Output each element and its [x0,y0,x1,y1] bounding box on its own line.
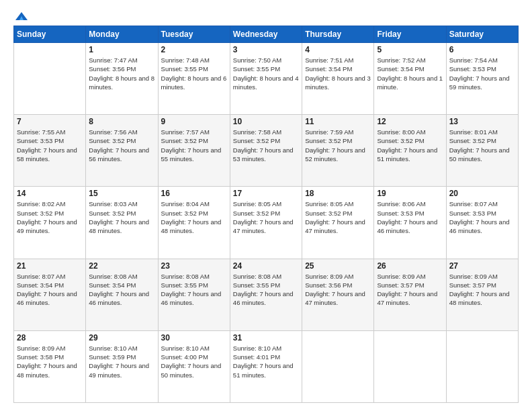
day-number: 6 [449,45,515,54]
day-info: Sunrise: 7:52 AMSunset: 3:54 PMDaylight:… [377,56,443,91]
calendar-cell: 20Sunrise: 8:07 AMSunset: 3:53 PMDayligh… [446,187,518,259]
day-number: 1 [89,45,154,54]
day-number: 15 [89,189,154,198]
page: SundayMondayTuesdayWednesdayThursdayFrid… [0,0,532,411]
calendar-week-row: 7Sunrise: 7:55 AMSunset: 3:53 PMDaylight… [14,115,519,187]
day-number: 22 [89,261,154,271]
calendar-cell: 8Sunrise: 7:56 AMSunset: 3:52 PMDaylight… [86,115,158,187]
day-info: Sunrise: 8:09 AMSunset: 3:57 PMDaylight:… [377,272,443,308]
logo-icon [14,11,29,21]
day-number: 10 [233,117,299,126]
day-info: Sunrise: 8:05 AMSunset: 3:52 PMDaylight:… [233,199,299,235]
day-info: Sunrise: 7:56 AMSunset: 3:52 PMDaylight:… [89,128,154,163]
day-info: Sunrise: 8:09 AMSunset: 3:58 PMDaylight:… [17,344,83,379]
calendar-cell [446,330,518,402]
calendar-cell: 30Sunrise: 8:10 AMSunset: 4:00 PMDayligh… [158,330,230,402]
calendar-cell: 26Sunrise: 8:09 AMSunset: 3:57 PMDayligh… [374,259,446,330]
calendar-cell: 5Sunrise: 7:52 AMSunset: 3:54 PMDaylight… [374,43,446,115]
day-number: 5 [377,45,443,54]
calendar-cell: 29Sunrise: 8:10 AMSunset: 3:59 PMDayligh… [86,330,158,402]
day-info: Sunrise: 7:59 AMSunset: 3:52 PMDaylight:… [305,128,371,163]
calendar-cell: 17Sunrise: 8:05 AMSunset: 3:52 PMDayligh… [230,187,302,259]
calendar-cell [14,43,86,115]
day-info: Sunrise: 8:04 AMSunset: 3:52 PMDaylight:… [161,199,227,235]
calendar-cell: 13Sunrise: 8:01 AMSunset: 3:52 PMDayligh… [446,115,518,187]
day-number: 26 [377,261,443,271]
day-info: Sunrise: 7:55 AMSunset: 3:53 PMDaylight:… [17,128,83,163]
day-info: Sunrise: 7:50 AMSunset: 3:55 PMDaylight:… [233,56,299,91]
calendar-cell [374,330,446,402]
day-info: Sunrise: 7:54 AMSunset: 3:53 PMDaylight:… [449,56,515,91]
weekday-header: Wednesday [230,26,302,43]
day-number: 23 [161,261,227,271]
calendar-cell: 18Sunrise: 8:05 AMSunset: 3:52 PMDayligh… [302,187,374,259]
calendar-week-row: 1Sunrise: 7:47 AMSunset: 3:56 PMDaylight… [14,43,519,115]
calendar-week-row: 14Sunrise: 8:02 AMSunset: 3:52 PMDayligh… [14,187,519,259]
day-number: 31 [233,333,299,342]
day-number: 11 [305,117,371,126]
day-info: Sunrise: 8:10 AMSunset: 4:00 PMDaylight:… [161,344,227,379]
day-info: Sunrise: 7:57 AMSunset: 3:52 PMDaylight:… [161,128,227,163]
day-info: Sunrise: 8:08 AMSunset: 3:55 PMDaylight:… [233,272,299,308]
day-number: 3 [233,45,299,54]
calendar-header-row: SundayMondayTuesdayWednesdayThursdayFrid… [14,26,519,43]
calendar-cell: 25Sunrise: 8:09 AMSunset: 3:56 PMDayligh… [302,259,374,330]
calendar-week-row: 28Sunrise: 8:09 AMSunset: 3:58 PMDayligh… [14,330,519,402]
day-number: 17 [233,189,299,198]
calendar-cell: 4Sunrise: 7:51 AMSunset: 3:54 PMDaylight… [302,43,374,115]
day-info: Sunrise: 8:02 AMSunset: 3:52 PMDaylight:… [17,199,83,235]
calendar-cell: 10Sunrise: 7:58 AMSunset: 3:52 PMDayligh… [230,115,302,187]
calendar-cell: 7Sunrise: 7:55 AMSunset: 3:53 PMDaylight… [14,115,86,187]
calendar-cell: 12Sunrise: 8:00 AMSunset: 3:52 PMDayligh… [374,115,446,187]
weekday-header: Tuesday [158,26,230,43]
day-number: 14 [17,189,83,198]
day-number: 16 [161,189,227,198]
day-info: Sunrise: 7:47 AMSunset: 3:56 PMDaylight:… [89,56,154,91]
calendar-cell: 27Sunrise: 8:09 AMSunset: 3:57 PMDayligh… [446,259,518,330]
logo [13,11,29,20]
day-number: 12 [377,117,443,126]
day-info: Sunrise: 8:08 AMSunset: 3:54 PMDaylight:… [89,272,154,308]
day-info: Sunrise: 8:07 AMSunset: 3:53 PMDaylight:… [449,199,515,235]
day-info: Sunrise: 7:58 AMSunset: 3:52 PMDaylight:… [233,128,299,163]
calendar-cell: 31Sunrise: 8:10 AMSunset: 4:01 PMDayligh… [230,330,302,402]
calendar-cell: 23Sunrise: 8:08 AMSunset: 3:55 PMDayligh… [158,259,230,330]
day-info: Sunrise: 8:05 AMSunset: 3:52 PMDaylight:… [305,199,371,235]
calendar-cell: 16Sunrise: 8:04 AMSunset: 3:52 PMDayligh… [158,187,230,259]
calendar-cell [302,330,374,402]
day-info: Sunrise: 8:10 AMSunset: 3:59 PMDaylight:… [89,344,154,379]
day-number: 28 [17,333,83,342]
day-number: 8 [89,117,154,126]
day-info: Sunrise: 8:01 AMSunset: 3:52 PMDaylight:… [449,128,515,163]
calendar-cell: 11Sunrise: 7:59 AMSunset: 3:52 PMDayligh… [302,115,374,187]
weekday-header: Monday [86,26,158,43]
day-info: Sunrise: 8:06 AMSunset: 3:53 PMDaylight:… [377,199,443,235]
day-number: 13 [449,117,515,126]
day-info: Sunrise: 8:09 AMSunset: 3:56 PMDaylight:… [305,272,371,308]
day-info: Sunrise: 7:48 AMSunset: 3:55 PMDaylight:… [161,56,227,91]
calendar-cell: 14Sunrise: 8:02 AMSunset: 3:52 PMDayligh… [14,187,86,259]
day-info: Sunrise: 8:09 AMSunset: 3:57 PMDaylight:… [449,272,515,308]
day-info: Sunrise: 8:10 AMSunset: 4:01 PMDaylight:… [233,344,299,379]
calendar-cell: 9Sunrise: 7:57 AMSunset: 3:52 PMDaylight… [158,115,230,187]
calendar-cell: 15Sunrise: 8:03 AMSunset: 3:52 PMDayligh… [86,187,158,259]
weekday-header: Friday [374,26,446,43]
day-number: 18 [305,189,371,198]
day-number: 9 [161,117,227,126]
day-number: 24 [233,261,299,271]
calendar-cell: 1Sunrise: 7:47 AMSunset: 3:56 PMDaylight… [86,43,158,115]
day-info: Sunrise: 8:07 AMSunset: 3:54 PMDaylight:… [17,272,83,308]
day-number: 7 [17,117,83,126]
calendar-table: SundayMondayTuesdayWednesdayThursdayFrid… [13,26,519,403]
calendar-cell: 6Sunrise: 7:54 AMSunset: 3:53 PMDaylight… [446,43,518,115]
weekday-header: Sunday [14,26,86,43]
calendar-week-row: 21Sunrise: 8:07 AMSunset: 3:54 PMDayligh… [14,259,519,330]
calendar-cell: 3Sunrise: 7:50 AMSunset: 3:55 PMDaylight… [230,43,302,115]
calendar-cell: 2Sunrise: 7:48 AMSunset: 3:55 PMDaylight… [158,43,230,115]
day-number: 20 [449,189,515,198]
day-info: Sunrise: 8:03 AMSunset: 3:52 PMDaylight:… [89,199,154,235]
day-number: 29 [89,333,154,342]
weekday-header: Saturday [446,26,518,43]
day-number: 4 [305,45,371,54]
calendar-cell: 19Sunrise: 8:06 AMSunset: 3:53 PMDayligh… [374,187,446,259]
